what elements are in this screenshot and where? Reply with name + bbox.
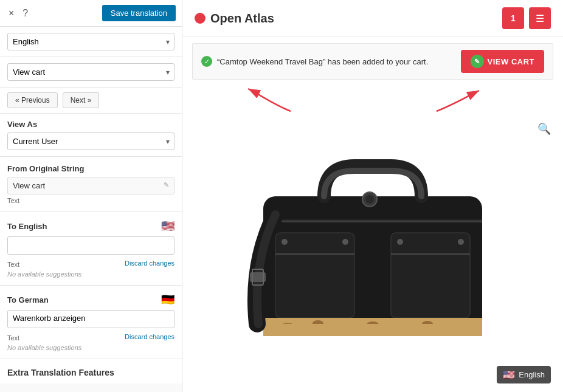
close-button[interactable]: ×: [6, 7, 16, 20]
svg-point-12: [342, 239, 348, 245]
german-type-label: Text: [7, 334, 19, 342]
site-header: Open Atlas 1 ☰: [182, 0, 563, 37]
german-discard-link[interactable]: Discard changes: [125, 333, 174, 340]
extra-features-section: Extra Translation Features: [0, 359, 182, 383]
pencil-icon: ✎: [471, 55, 484, 68]
view-as-select[interactable]: Current User: [7, 132, 174, 150]
string-select[interactable]: View cart: [7, 63, 174, 81]
svg-point-14: [458, 239, 464, 245]
svg-rect-7: [275, 233, 354, 318]
save-translation-button[interactable]: Save translation: [102, 5, 176, 21]
product-image-area: [182, 116, 563, 392]
previous-button[interactable]: « Previous: [7, 92, 58, 108]
search-button[interactable]: 🔍: [537, 122, 551, 136]
next-button[interactable]: Next »: [63, 92, 100, 108]
search-icon: 🔍: [537, 123, 551, 135]
right-panel: Open Atlas 1 ☰ ✓ “Camtop Weekend Travel …: [182, 0, 563, 392]
english-discard-link[interactable]: Discard changes: [125, 260, 174, 267]
extra-features-title: Extra Translation Features: [7, 368, 174, 377]
arrows-container: [192, 86, 553, 116]
view-as-select-wrapper: Current User: [7, 132, 174, 150]
german-field-footer: Text Discard changes: [7, 332, 174, 342]
english-field-footer: Text Discard changes: [7, 258, 174, 268]
svg-point-13: [397, 239, 403, 245]
cart-button[interactable]: 1: [502, 7, 524, 29]
annotation-arrows: [192, 86, 553, 116]
product-bag-image: [239, 142, 506, 366]
german-flag: 🇩🇪: [161, 293, 174, 306]
site-name: Open Atlas: [210, 12, 274, 26]
logo-dot: [195, 13, 206, 24]
language-select-wrapper: English: [7, 33, 174, 50]
edit-icon[interactable]: ✎: [164, 181, 169, 189]
english-type-label: Text: [7, 261, 19, 268]
svg-point-11: [282, 239, 288, 245]
to-german-header: To German 🇩🇪: [7, 293, 174, 306]
string-select-wrapper: View cart: [7, 63, 174, 81]
site-logo: Open Atlas: [195, 12, 274, 26]
english-flag: 🇺🇸: [161, 219, 174, 233]
original-string-box: View cart ✎: [7, 177, 174, 194]
to-english-header: To English 🇺🇸: [7, 219, 174, 233]
check-circle-icon: ✓: [201, 56, 212, 67]
left-panel: × ? Save translation English View cart «…: [0, 0, 182, 392]
string-select-section: View cart: [0, 57, 182, 88]
language-select[interactable]: English: [7, 33, 174, 50]
top-bar: × ? Save translation: [0, 0, 182, 27]
german-no-suggestions: No available suggestions: [7, 344, 174, 351]
original-type-label: Text: [7, 197, 174, 204]
english-no-suggestions: No available suggestions: [7, 270, 174, 278]
top-bar-left: × ?: [6, 7, 30, 20]
to-english-title: To English: [7, 222, 47, 231]
view-cart-label: VIEW CART: [488, 57, 534, 66]
view-cart-button[interactable]: ✎ VIEW CART: [461, 50, 544, 73]
help-button[interactable]: ?: [20, 7, 30, 20]
from-original-label: From Original String: [7, 164, 174, 173]
svg-rect-8: [391, 233, 470, 318]
to-german-title: To German: [7, 295, 49, 304]
english-translation-input[interactable]: [7, 236, 174, 255]
header-right: 1 ☰: [502, 7, 551, 29]
language-switcher[interactable]: 🇺🇸 English: [497, 366, 551, 383]
to-german-section: To German 🇩🇪 Warenkorb anzeigen Text Dis…: [0, 286, 182, 359]
notification-bar: ✓ “Camtop Weekend Travel Bag” has been a…: [192, 43, 553, 80]
svg-point-6: [365, 195, 374, 204]
product-area: 🔍: [182, 116, 563, 392]
to-english-section: To English 🇺🇸 Text Discard changes No av…: [0, 212, 182, 286]
view-as-section: View As Current User: [0, 114, 182, 157]
german-translation-input[interactable]: Warenkorb anzeigen: [7, 310, 174, 328]
nav-buttons: « Previous Next »: [0, 88, 182, 114]
language-select-section: English: [0, 27, 182, 57]
original-string-value: View cart: [13, 181, 45, 190]
notification-left: ✓ “Camtop Weekend Travel Bag” has been a…: [201, 56, 428, 67]
notification-text: “Camtop Weekend Travel Bag” has been add…: [217, 57, 428, 66]
view-as-label: View As: [7, 120, 174, 129]
lang-flag: 🇺🇸: [503, 369, 515, 380]
from-original-section: From Original String View cart ✎ Text: [0, 157, 182, 212]
menu-button[interactable]: ☰: [529, 7, 551, 29]
lang-label: English: [519, 370, 545, 379]
